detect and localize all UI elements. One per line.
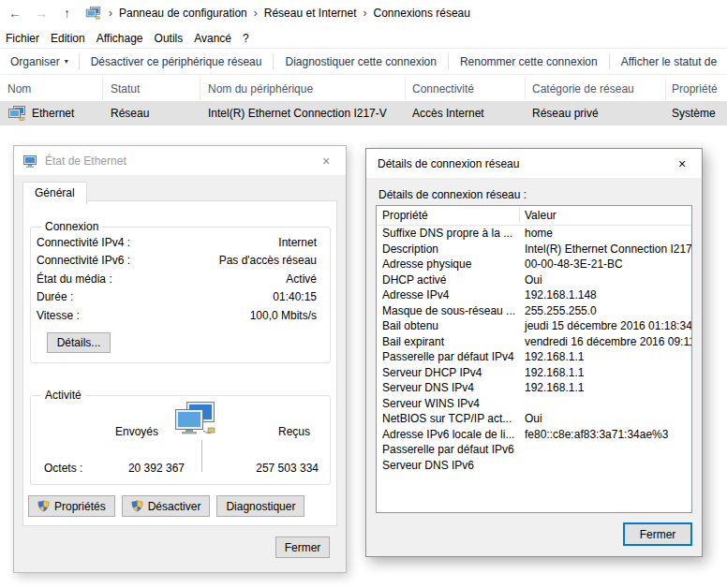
dialog-titlebar[interactable]: Détails de connexion réseau × [366,149,702,178]
details-row-value: 192.168.1.148 [519,288,597,301]
connection-group: Connexion Connectivité IPv4 : Internet C… [30,227,331,363]
column-header-peripherique[interactable]: Nom du périphérique [200,77,406,100]
diagnose-button[interactable]: Diagnostiquer [216,495,304,517]
menu-item[interactable]: Affichage [91,32,149,45]
details-row[interactable]: Passerelle par défaut IPv4 192.168.1.1 [377,349,691,365]
column-header-propriete[interactable]: Propriété [666,77,727,100]
disable-label: Désactiver [148,500,201,513]
received-bytes-value: 257 503 334 [245,462,319,475]
breadcrumb-item[interactable]: Panneau de configuration [119,7,247,20]
diagnose-label: Diagnostiquer [226,500,295,513]
properties-label: Propriétés [54,500,106,513]
column-header-connectivite[interactable]: Connectivité [406,77,526,100]
details-row-value: 192.168.1.1 [519,366,584,379]
details-row[interactable]: Bail obtenu jeudi 15 décembre 2016 01:18… [377,318,691,334]
details-row[interactable]: NetBIOS sur TCP/IP act... Oui [377,411,691,427]
row-cell-category: Réseau privé [526,101,666,125]
received-label: Reçus [278,425,310,438]
disable-button[interactable]: Désactiver [122,495,211,517]
up-button[interactable]: ↑ [64,7,70,20]
details-row-property: Serveur WINS IPv4 [377,397,519,410]
breadcrumb-item[interactable]: Réseau et Internet [264,7,357,20]
breadcrumb-chevron-icon[interactable]: › [364,7,367,20]
connection-row: État du média : Activé [37,270,317,288]
details-button[interactable]: Détails... [47,332,111,353]
details-row[interactable]: Serveur DNS IPv6 [377,458,691,474]
uac-shield-icon [37,500,50,512]
organize-button[interactable]: Organiser ▾ [0,55,79,68]
ethernet-status-dialog: État de Ethernet × Général Connexion Con… [13,145,347,573]
details-row-property: Adresse physique [377,257,519,271]
monitor-icon [22,154,37,169]
connection-row-value: 01:40:15 [273,290,317,303]
row-cell-name[interactable]: Ethernet [0,101,103,125]
column-header-nom[interactable]: Nom [0,77,103,100]
details-row-value: Oui [519,412,542,425]
connection-row-label: Connectivité IPv6 : [37,254,130,267]
connection-row-value: Pas d'accès réseau [219,254,317,267]
ethernet-connection-row[interactable]: Ethernet Réseau Intel(R) Ethernet Connec… [0,101,727,125]
menu-item[interactable]: ? [237,32,255,45]
menu-item[interactable]: Fichier [0,32,45,45]
column-header-categorie[interactable]: Catégorie de réseau [526,77,666,100]
ethernet-adapter-icon [7,106,26,121]
details-row[interactable]: Masque de sous-réseau ... 255.255.255.0 [377,303,691,319]
toolbar-action[interactable]: Désactiver ce périphérique réseau [80,55,274,68]
toolbar-action[interactable]: Afficher le statut de [610,55,727,68]
details-row-property: NetBIOS sur TCP/IP act... [377,412,519,425]
menu-item[interactable]: Edition [45,32,91,45]
breadcrumb-chevron-icon[interactable]: › [254,7,258,20]
details-row[interactable]: Adresse physique 00-00-48-3E-21-BC [377,257,691,272]
breadcrumb-chevron-icon[interactable]: › [109,7,112,20]
dialog-titlebar[interactable]: État de Ethernet × [14,146,346,175]
column-propriete[interactable]: Propriété [382,209,428,222]
address-bar[interactable]: ›Panneau de configuration ›Réseau et Int… [85,0,470,26]
details-row-value: Intel(R) Ethernet Connection I217-V [519,243,691,256]
uac-shield-icon [131,500,143,512]
back-button[interactable]: ← [8,7,22,20]
details-row-value: jeudi 15 décembre 2016 01:18:34 [519,319,691,332]
properties-button[interactable]: Propriétés [28,495,115,517]
details-row[interactable]: Serveur DNS IPv4 192.168.1.1 [377,380,691,396]
details-row-property: Serveur DNS IPv6 [377,459,519,472]
sent-label: Envoyés [115,425,158,438]
toolbar-action[interactable]: Diagnostiquer cette connexion [274,55,447,68]
dialog-title: Détails de connexion réseau [378,157,519,170]
details-row-value: 00-00-48-3E-21-BC [519,257,623,271]
details-row[interactable]: Description Intel(R) Ethernet Connection… [377,242,691,257]
forward-button[interactable]: → [35,7,48,20]
connection-row: Connectivité IPv6 : Pas d'accès réseau [37,252,317,271]
toolbar-action[interactable]: Renommer cette connexion [449,55,609,68]
close-icon[interactable]: × [306,146,346,175]
details-row[interactable]: Bail expirant vendredi 16 décembre 2016 … [377,334,691,350]
sent-bytes-value: 20 392 367 [76,462,185,475]
menu-item[interactable]: Outils [149,32,189,45]
details-row-value: 192.168.1.1 [519,350,584,363]
details-row-value: 255.255.255.0 [519,304,597,317]
breadcrumb-item[interactable]: Connexions réseau [374,7,470,20]
connection-row-label: Vitesse : [37,309,80,322]
details-row[interactable]: Passerelle par défaut IPv6 [377,442,691,458]
details-row-property: Passerelle par défaut IPv4 [377,350,519,363]
row-cell-connectivity: Accès Internet [406,101,526,125]
close-button[interactable]: Fermer [623,522,692,546]
details-row-property: Description [377,243,519,256]
details-row[interactable]: DHCP activé Oui [377,272,691,288]
details-row-property: Adresse IPv6 locale de li... [377,428,519,441]
details-row[interactable]: Suffixe DNS propre à la ... home [377,226,691,242]
details-row[interactable]: Serveur DHCP IPv4 192.168.1.1 [377,365,691,381]
column-header-statut[interactable]: Statut [103,77,200,100]
close-button[interactable]: Fermer [275,537,330,558]
details-row[interactable]: Adresse IPv6 locale de li... fe80::c8e:a… [377,427,691,443]
close-icon[interactable]: × [662,149,702,178]
details-row[interactable]: Adresse IPv4 192.168.1.148 [377,287,691,303]
tab-general[interactable]: Général [22,182,87,204]
dialog-title: État de Ethernet [45,154,126,168]
details-row-value: vendredi 16 décembre 2016 09:11:45 [519,335,691,348]
general-tab-page: Connexion Connectivité IPv4 : Internet C… [22,200,337,526]
menu-item[interactable]: Avancé [188,32,237,45]
details-list-label: Détails de connexion réseau : [378,188,527,201]
details-row[interactable]: Serveur WINS IPv4 [377,396,691,412]
connection-row: Connectivité IPv4 : Internet [37,233,317,252]
column-valeur[interactable]: Valeur [525,209,556,222]
